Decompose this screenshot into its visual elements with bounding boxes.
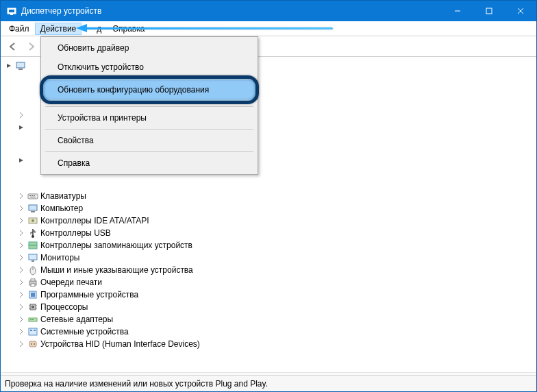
svg-rect-39	[29, 328, 37, 335]
expander-icon[interactable]	[17, 303, 25, 311]
svg-point-44	[34, 343, 35, 345]
expander-icon[interactable]	[17, 192, 25, 200]
expander-icon[interactable]	[5, 62, 13, 70]
expander-icon[interactable]	[17, 328, 25, 336]
tree-node[interactable]: Мыши и иные указывающие устройства	[5, 264, 536, 276]
menu-scan-hardware[interactable]: Обновить конфигурацию оборудования	[42, 80, 256, 99]
expander-icon[interactable]	[17, 217, 25, 225]
tree-node-label: Сетевые адаптеры	[40, 315, 113, 324]
menu-disable-device[interactable]: Отключить устройство	[42, 58, 256, 77]
menu-view[interactable]: д	[82, 23, 107, 35]
expander-icon[interactable]	[17, 156, 25, 164]
tree-node[interactable]: Контроллеры IDE ATA/ATAPI	[5, 215, 536, 227]
tree-node-label: Очереди печати	[40, 278, 102, 287]
tree-node-label: Процессоры	[40, 302, 88, 312]
tree-node[interactable]: Компьютер	[5, 202, 536, 215]
tree-node[interactable]: Процессоры	[5, 301, 536, 313]
svg-rect-38	[32, 319, 34, 320]
tree-node[interactable]: Устройства HID (Human Interface Devices)	[5, 338, 536, 350]
expander-icon[interactable]	[17, 340, 25, 348]
tree-node-label: Контроллеры USB	[40, 228, 111, 238]
expander-icon[interactable]	[17, 111, 25, 119]
menu-separator	[45, 78, 253, 79]
expander-icon[interactable]	[17, 278, 25, 286]
svg-rect-14	[29, 205, 37, 210]
tree-node[interactable]: Контроллеры USB	[5, 227, 536, 239]
menu-separator	[45, 151, 253, 152]
tree-node[interactable]: Очереди печати	[5, 276, 536, 289]
svg-rect-40	[30, 330, 32, 331]
svg-rect-1	[9, 10, 14, 12]
expander-icon[interactable]	[17, 204, 25, 212]
tree-node[interactable]: Контроллеры запоминающих устройств	[5, 239, 536, 252]
mouse-icon	[27, 265, 38, 275]
menu-help[interactable]: Справка	[107, 23, 150, 35]
statusbar: Проверка на наличие изменений или новых …	[1, 375, 536, 391]
svg-rect-12	[34, 195, 35, 196]
svg-rect-22	[32, 260, 34, 262]
network-icon	[27, 314, 38, 325]
tree-node-label: Устройства HID (Human Interface Devices)	[40, 339, 200, 349]
svg-point-17	[32, 219, 34, 222]
computer-icon	[15, 60, 26, 71]
menu-file[interactable]: Файл	[3, 23, 35, 35]
svg-rect-4	[486, 8, 492, 14]
menu-properties[interactable]: Свойства	[42, 131, 256, 150]
tree-node-label: Мониторы	[40, 253, 79, 262]
hid-icon	[27, 339, 38, 350]
tree-node-label: Клавиатуры	[40, 191, 86, 201]
app-icon	[6, 5, 17, 16]
svg-rect-13	[30, 197, 36, 197]
menu-separator	[45, 129, 253, 130]
svg-rect-37	[30, 319, 32, 320]
menu-update-driver[interactable]: Обновить драйвер	[42, 38, 256, 58]
expander-icon[interactable]	[17, 315, 25, 323]
svg-rect-8	[18, 69, 23, 70]
minimize-button[interactable]	[442, 1, 473, 21]
close-button[interactable]	[505, 1, 536, 21]
expander-icon[interactable]	[17, 254, 25, 262]
tree-node[interactable]: Сетевые адаптеры	[5, 313, 536, 326]
usb-icon	[27, 228, 38, 238]
svg-point-43	[31, 343, 32, 345]
expander-icon[interactable]	[17, 241, 25, 249]
svg-rect-21	[29, 254, 37, 260]
menubar: Файл Действие д Справка	[1, 21, 536, 36]
expander-icon[interactable]	[17, 229, 25, 237]
menu-separator	[45, 106, 253, 107]
svg-rect-26	[31, 279, 35, 281]
maximize-button[interactable]	[473, 1, 505, 21]
cpu-icon	[27, 302, 38, 313]
expander-icon[interactable]	[17, 266, 25, 274]
svg-rect-41	[34, 330, 36, 331]
svg-rect-15	[31, 211, 35, 212]
forward-button[interactable]	[23, 38, 39, 55]
svg-rect-31	[32, 306, 34, 308]
svg-rect-27	[31, 284, 35, 286]
tree-node[interactable]: Клавиатуры	[5, 190, 536, 202]
svg-rect-10	[29, 195, 31, 196]
system-icon	[27, 326, 38, 337]
svg-rect-11	[32, 195, 33, 196]
tree-node-label: Компьютер	[40, 204, 83, 213]
svg-rect-9	[28, 194, 38, 199]
expander-icon[interactable]	[17, 291, 25, 299]
svg-rect-19	[29, 242, 37, 245]
svg-rect-2	[10, 14, 13, 15]
window-title: Диспетчер устройств	[21, 6, 442, 16]
status-text: Проверка на наличие изменений или новых …	[5, 379, 268, 389]
tree-node-label: Системные устройства	[40, 327, 129, 336]
tree-node[interactable]: Мониторы	[5, 252, 536, 264]
expander-icon[interactable]	[17, 123, 25, 132]
menu-devices-and-printers[interactable]: Устройства и принтеры	[42, 108, 256, 127]
software-icon	[27, 289, 38, 300]
tree-node-label: Контроллеры запоминающих устройств	[40, 241, 192, 250]
tree-node[interactable]: Программные устройства	[5, 289, 536, 301]
menu-action[interactable]: Действие	[35, 23, 82, 35]
tree-node[interactable]: Системные устройства	[5, 326, 536, 338]
ide-icon	[27, 215, 38, 226]
storage-icon	[27, 240, 38, 251]
back-button[interactable]	[5, 38, 21, 55]
menu-help-item[interactable]: Справка	[42, 154, 256, 173]
action-dropdown: Обновить драйвер Отключить устройство Уд…	[40, 36, 258, 175]
